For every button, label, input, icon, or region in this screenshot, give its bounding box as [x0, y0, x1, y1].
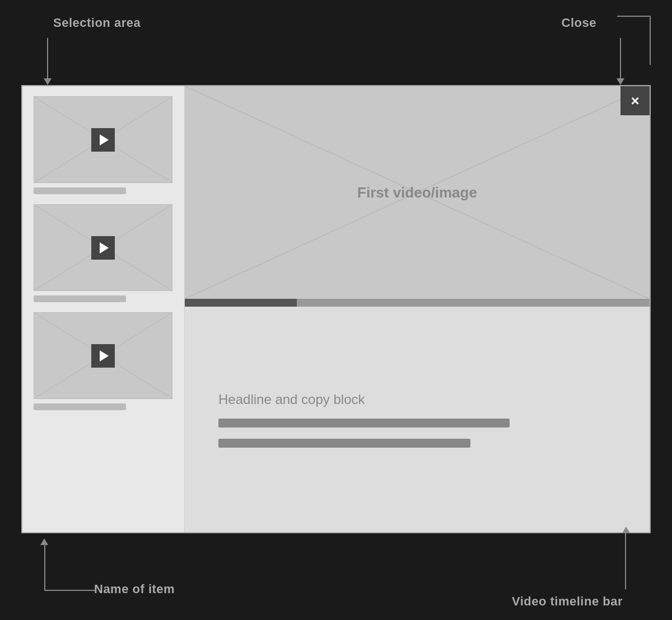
- play-button-3[interactable]: [91, 344, 115, 368]
- sidebar-item-1: [34, 96, 173, 194]
- main-modal: × First video/image Headline and copy bl…: [21, 85, 651, 533]
- play-icon-1: [100, 134, 109, 145]
- name-arrow-head: [40, 538, 48, 545]
- close-annotation-label: Close: [562, 16, 596, 30]
- item-3-title-bar: [34, 403, 126, 410]
- copy-line-2: [218, 439, 470, 448]
- play-icon-2: [100, 242, 109, 253]
- timeline-arrow-vertical: [625, 533, 626, 589]
- item-2-title-bar: [34, 295, 126, 302]
- name-of-item-label: Name of item: [94, 582, 175, 596]
- headline-title: Headline and copy block: [218, 392, 616, 407]
- selection-area-label: Selection area: [53, 16, 141, 30]
- video-preview[interactable]: First video/image: [185, 86, 650, 299]
- copy-line-1: [218, 419, 510, 428]
- play-button-2[interactable]: [91, 236, 115, 260]
- item-1-title-bar: [34, 187, 126, 194]
- thumbnail-1[interactable]: [34, 96, 172, 183]
- name-of-item-annotation: Name of item: [94, 582, 175, 596]
- timeline-arrow-head: [622, 527, 630, 533]
- top-annotation-area: Selection area Close: [0, 0, 672, 84]
- content-area: × First video/image Headline and copy bl…: [185, 86, 650, 532]
- close-button[interactable]: ×: [620, 86, 650, 115]
- headline-block: Headline and copy block: [185, 307, 650, 532]
- sidebar-item-3: [34, 312, 173, 410]
- timeline-bar-container[interactable]: [185, 299, 650, 307]
- sidebar: [22, 86, 185, 532]
- timeline-progress: [185, 299, 297, 307]
- name-arrow-vertical: [44, 545, 45, 591]
- play-icon-3: [100, 350, 109, 361]
- sidebar-item-2: [34, 204, 173, 302]
- thumbnail-3[interactable]: [34, 312, 172, 399]
- close-bracket: [617, 16, 651, 65]
- close-icon: ×: [631, 93, 639, 108]
- selection-area-arrow: [44, 38, 52, 85]
- name-arrow-horizontal: [45, 590, 95, 591]
- video-timeline-label: Video timeline bar: [512, 594, 623, 608]
- video-label: First video/image: [357, 184, 477, 201]
- video-timeline-annotation: Video timeline bar: [512, 594, 623, 609]
- bottom-annotation-area: Name of item Video timeline bar: [0, 533, 672, 620]
- play-button-1[interactable]: [91, 128, 115, 152]
- thumbnail-2[interactable]: [34, 204, 172, 291]
